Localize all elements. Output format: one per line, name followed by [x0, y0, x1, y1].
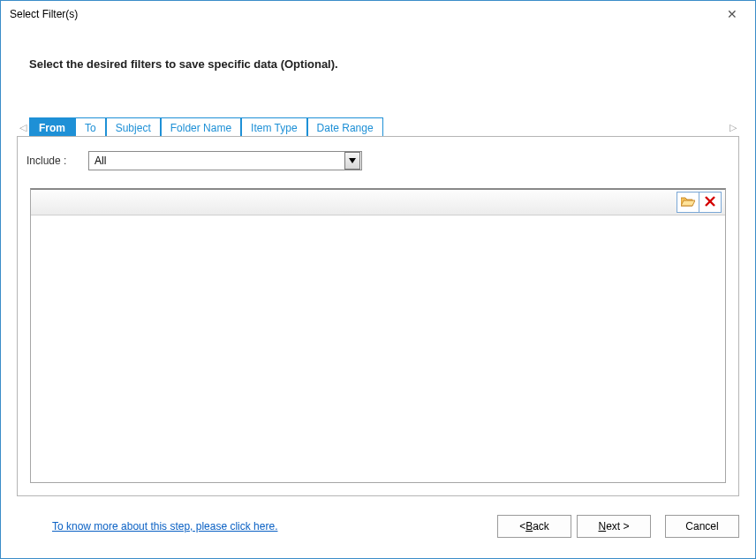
include-dropdown[interactable]: All	[88, 151, 362, 170]
svg-marker-2	[681, 200, 695, 206]
delete-x-icon	[704, 195, 716, 210]
back-rest: ack	[533, 520, 549, 533]
footer: To know more about this step, please cli…	[1, 505, 755, 558]
filter-panel: Include : All	[17, 136, 739, 496]
tabs-row: ◁ From To Subject Folder Name Item Type …	[17, 117, 739, 137]
tab-folder-name[interactable]: Folder Name	[161, 117, 241, 137]
include-row: Include : All	[18, 137, 738, 170]
page-heading: Select the desired filters to save speci…	[1, 27, 755, 71]
include-dropdown-value: All	[89, 155, 344, 167]
help-link[interactable]: To know more about this step, please cli…	[52, 520, 277, 533]
close-icon[interactable]: ✕	[716, 7, 748, 21]
next-button[interactable]: Next >	[577, 515, 651, 538]
delete-button[interactable]	[699, 192, 722, 213]
filter-list-box	[30, 188, 726, 483]
filter-toolbar	[31, 190, 725, 215]
tab-to[interactable]: To	[75, 117, 106, 137]
tabs-scroll-right-icon[interactable]: ▷	[727, 122, 739, 133]
back-prefix: <	[519, 520, 525, 533]
back-mnemonic: B	[525, 520, 533, 533]
svg-marker-0	[349, 158, 356, 163]
title-bar: Select Filter(s) ✕	[1, 1, 755, 27]
filter-list-area[interactable]	[31, 215, 725, 482]
back-button[interactable]: < Back	[497, 515, 571, 538]
tabs: From To Subject Folder Name Item Type Da…	[29, 117, 383, 137]
dialog: Select Filter(s) ✕ Select the desired fi…	[0, 0, 756, 559]
tab-subject[interactable]: Subject	[106, 117, 161, 137]
tab-item-type[interactable]: Item Type	[241, 117, 306, 137]
tab-date-range[interactable]: Date Range	[307, 117, 383, 137]
folder-open-icon	[681, 195, 695, 210]
cancel-button[interactable]: Cancel	[665, 515, 739, 538]
dialog-title: Select Filter(s)	[10, 8, 716, 20]
include-label: Include :	[26, 155, 88, 167]
next-rest: ext >	[606, 520, 629, 533]
open-folder-button[interactable]	[677, 192, 699, 213]
next-mnemonic: N	[598, 520, 606, 533]
tab-from[interactable]: From	[29, 117, 75, 137]
dropdown-arrow-icon[interactable]	[344, 152, 360, 170]
tabs-scroll-left-icon[interactable]: ◁	[17, 122, 29, 133]
dialog-body: Select the desired filters to save speci…	[1, 27, 755, 558]
